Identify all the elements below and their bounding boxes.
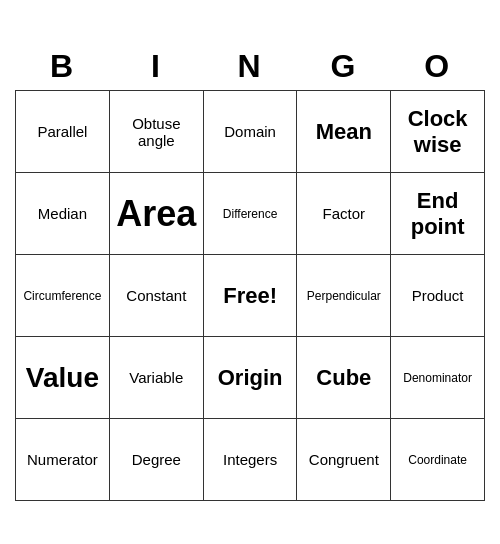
bingo-cell: Obtuse angle <box>109 91 203 173</box>
bingo-cell: Value <box>16 337 110 419</box>
bingo-cell: Clock wise <box>391 91 485 173</box>
bingo-cell: Denominator <box>391 337 485 419</box>
bingo-cell: Origin <box>203 337 297 419</box>
header-cell: O <box>391 43 485 91</box>
bingo-cell: Numerator <box>16 419 110 501</box>
bingo-card: BINGO ParallelObtuse angleDomainMeanCloc… <box>15 43 485 502</box>
bingo-cell: Parallel <box>16 91 110 173</box>
bingo-row: ParallelObtuse angleDomainMeanClock wise <box>16 91 485 173</box>
bingo-cell: Coordinate <box>391 419 485 501</box>
bingo-cell: Cube <box>297 337 391 419</box>
bingo-cell: Variable <box>109 337 203 419</box>
bingo-cell: Domain <box>203 91 297 173</box>
bingo-row: ValueVariableOriginCubeDenominator <box>16 337 485 419</box>
bingo-row: MedianAreaDifferenceFactorEnd point <box>16 173 485 255</box>
header-cell: B <box>16 43 110 91</box>
bingo-cell: Circumference <box>16 255 110 337</box>
bingo-cell: Mean <box>297 91 391 173</box>
bingo-cell: Difference <box>203 173 297 255</box>
bingo-cell: Perpendicular <box>297 255 391 337</box>
header-row: BINGO <box>16 43 485 91</box>
bingo-cell: Product <box>391 255 485 337</box>
bingo-cell: Area <box>109 173 203 255</box>
header-cell: G <box>297 43 391 91</box>
header-cell: I <box>109 43 203 91</box>
bingo-cell: Free! <box>203 255 297 337</box>
bingo-cell: Factor <box>297 173 391 255</box>
bingo-row: CircumferenceConstantFree!PerpendicularP… <box>16 255 485 337</box>
bingo-cell: Median <box>16 173 110 255</box>
bingo-cell: Integers <box>203 419 297 501</box>
bingo-row: NumeratorDegreeIntegersCongruentCoordina… <box>16 419 485 501</box>
bingo-cell: Constant <box>109 255 203 337</box>
bingo-cell: Degree <box>109 419 203 501</box>
header-cell: N <box>203 43 297 91</box>
bingo-cell: Congruent <box>297 419 391 501</box>
bingo-cell: End point <box>391 173 485 255</box>
